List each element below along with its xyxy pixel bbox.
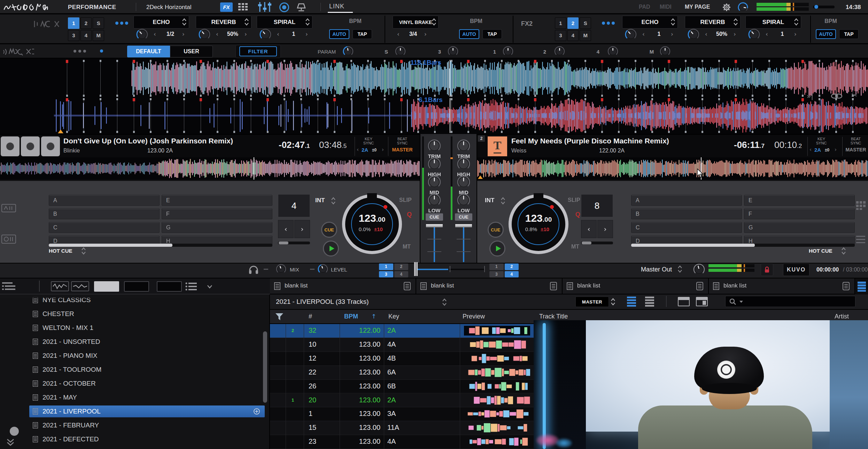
mixer-ch2-low-knob[interactable] (457, 194, 470, 207)
sidebar-item-chester[interactable]: CHESTER (29, 308, 265, 320)
sidebar-item-2021-may[interactable]: 2021 - MAY (29, 392, 265, 403)
deck1-play-button[interactable] (323, 241, 339, 257)
playlist-title-chevrons[interactable] (442, 298, 447, 307)
mixer-ch1-fader-handle[interactable] (426, 223, 443, 227)
mixer-ch1-trim-knob[interactable] (428, 139, 441, 152)
deck1-int-chevrons[interactable] (331, 196, 336, 205)
headphone-assign-right-3[interactable]: 3 (489, 271, 504, 278)
fx2-bpm-tap-button[interactable]: TAP (839, 29, 859, 39)
fx2-slot-1-chevrons[interactable] (733, 17, 738, 26)
deck1-jog-wheel[interactable]: 123.000.0%±10 (342, 194, 402, 254)
deck2-beat-jump-thumb[interactable] (582, 242, 591, 244)
deck1-hot-cue-pad-a[interactable]: A (49, 195, 160, 206)
add-track-icon[interactable] (254, 408, 260, 415)
color-swatch-dark-1[interactable] (124, 281, 149, 292)
list-view-icon[interactable] (185, 282, 197, 291)
release-fx-dec[interactable]: ‹ (397, 31, 403, 38)
mixer-ch2-trim-knob[interactable] (457, 139, 470, 152)
wave-view-icon-2[interactable] (71, 281, 89, 291)
deck1-int-mode-label[interactable]: INT (315, 197, 325, 204)
kuvo-badge[interactable]: KUVO (783, 263, 809, 276)
deck2-pad-mode-chevrons[interactable] (841, 246, 846, 255)
row-preview-waveform[interactable] (464, 395, 530, 405)
balance-slider[interactable] (813, 6, 835, 8)
fx1-channel-3[interactable]: 3 (68, 30, 79, 41)
fx1-bpm-auto-button[interactable]: AUTO (329, 29, 349, 39)
bank-knob-1[interactable] (503, 46, 513, 57)
sidebar-item-2021-liverpool[interactable]: 2021 - LIVERPOOL (29, 405, 265, 417)
fx2-slot-2-chevrons[interactable] (793, 17, 799, 26)
column-header-title[interactable]: Track Title (539, 313, 568, 320)
deck2-pad-mode-label[interactable]: HOT CUE (809, 248, 832, 254)
performance-mode-select[interactable]: PERFORMANCE (68, 3, 129, 11)
deck2-beat-jump-back[interactable]: ‹ (581, 220, 597, 238)
fx1-param-inc-0[interactable]: › (182, 31, 188, 38)
wave-view-icon-1[interactable] (51, 281, 69, 291)
crossfader-track-active[interactable] (418, 269, 448, 270)
filter-icon[interactable] (275, 313, 284, 321)
mixer-ch2-fader-handle[interactable] (455, 223, 472, 227)
master-out-chevrons[interactable] (677, 265, 683, 274)
deck1-hot-cue-pad-f[interactable]: F (162, 208, 272, 219)
fx2-channel-S[interactable]: S (580, 17, 591, 29)
list-layout-icon-active[interactable] (627, 296, 636, 307)
deck2-master-badge[interactable]: MASTER (844, 147, 868, 152)
bank-knob-M[interactable] (660, 46, 671, 57)
tree-view-icon[interactable] (2, 282, 18, 291)
deck1-key-sync-control[interactable]: ‹ 2A ±0 › (357, 146, 386, 154)
deck2-pad-scrollbar-thumb[interactable] (631, 244, 755, 247)
fx1-param-dec-1[interactable]: ‹ (216, 31, 222, 38)
row-preview-waveform[interactable] (464, 326, 530, 336)
row-preview-waveform[interactable] (464, 340, 530, 349)
fx1-channel-M[interactable]: M (93, 30, 104, 41)
sidebar-item-2021-toolroom[interactable]: 2021 - TOOLROOM (29, 364, 265, 376)
fx1-channel-S[interactable]: S (93, 17, 104, 29)
mixer-ch1-low-knob[interactable] (428, 194, 441, 207)
deck2-int-mode-label[interactable]: INT (485, 197, 494, 204)
fx1-channel-1[interactable]: 1 (68, 17, 79, 29)
deck1-pad-mode-chevrons[interactable] (81, 246, 86, 255)
deck2-hot-cue-pad-a[interactable]: A (631, 195, 742, 206)
headphone-assign-right-1[interactable]: 1 (489, 263, 504, 270)
master-out-knob[interactable] (693, 263, 705, 275)
settings-gear-icon[interactable] (722, 2, 731, 12)
mixer-ch1-mid-knob[interactable] (428, 175, 441, 189)
deck1-art-tile[interactable] (1, 136, 20, 156)
fx2-level-knob-2[interactable] (748, 29, 760, 40)
deck2-track-overview[interactable] (477, 157, 868, 180)
headphone-assign-left-4[interactable]: 4 (394, 271, 409, 278)
fx1-level-knob-2[interactable] (259, 29, 271, 40)
deck1-beat-jump-forward[interactable]: › (294, 220, 310, 238)
fx2-slot-select-0[interactable]: ECHO (622, 16, 678, 29)
fx2-param-dec-0[interactable]: ‹ (642, 31, 648, 38)
deck1-pad-scrollbar-thumb[interactable] (49, 244, 172, 247)
deck1-art-tile[interactable] (41, 136, 60, 156)
search-input[interactable] (725, 296, 855, 307)
deck1-hot-cue-pad-g[interactable]: G (162, 222, 272, 233)
master-filter-chevrons[interactable] (610, 297, 616, 306)
deck2-hot-cue-pad-g[interactable]: G (744, 222, 855, 233)
deck2-cue-button[interactable]: CUE (488, 222, 504, 238)
release-fx-chevrons[interactable] (431, 17, 437, 26)
mixer-ch1-high-knob[interactable] (428, 157, 441, 171)
panel-view-icon-1[interactable] (678, 297, 690, 306)
headphone-assign-left-3[interactable]: 3 (379, 271, 393, 278)
fx2-param-inc-2[interactable]: › (794, 31, 800, 38)
fx2-level-knob-1[interactable] (688, 29, 699, 40)
key-inc[interactable]: › (382, 147, 384, 153)
fx2-param-dec-1[interactable]: ‹ (705, 31, 711, 38)
fx1-param-inc-2[interactable]: › (305, 31, 311, 38)
row-preview-waveform[interactable] (464, 354, 530, 363)
bank-knob-2[interactable] (554, 46, 565, 57)
deck1-beat-jump-back[interactable]: ‹ (278, 220, 294, 238)
row-preview-waveform[interactable] (464, 437, 530, 447)
deck2-waveform[interactable] (54, 98, 868, 133)
fx2-slot-0-chevrons[interactable] (670, 17, 676, 26)
sidebar-bottom-dot[interactable] (10, 427, 19, 436)
sidebar-scrollbar[interactable] (263, 331, 267, 403)
fx-panel-button[interactable]: FX (220, 2, 233, 12)
deck2-int-chevrons[interactable] (500, 196, 506, 205)
row-preview-waveform[interactable] (464, 381, 530, 391)
mixer-ch2-fader-track[interactable] (463, 227, 464, 262)
sidebar-item-2021-unsorted[interactable]: 2021 - UNSORTED (29, 336, 265, 348)
